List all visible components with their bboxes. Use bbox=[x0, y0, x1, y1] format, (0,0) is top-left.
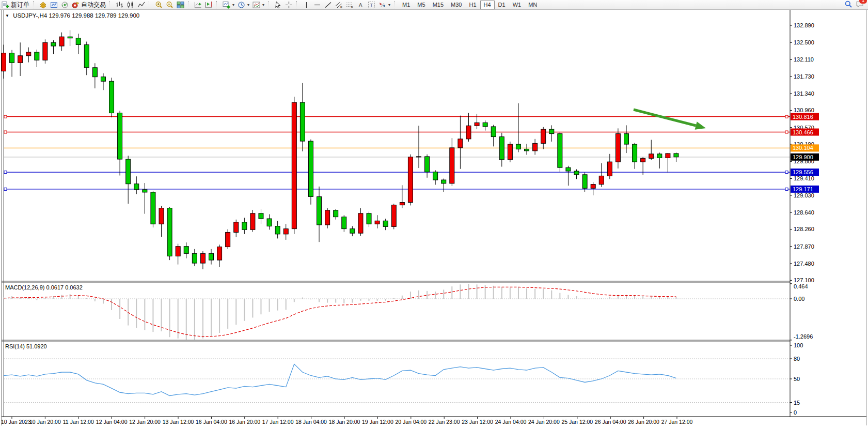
auto-scroll-icon bbox=[194, 1, 202, 9]
svg-text:0.464: 0.464 bbox=[794, 283, 808, 289]
svg-text:15: 15 bbox=[794, 400, 800, 406]
price-badge: 129.556 bbox=[791, 169, 819, 176]
svg-text:E: E bbox=[340, 6, 342, 9]
timeframe-button-h1[interactable]: H1 bbox=[465, 1, 480, 9]
svg-text:127.870: 127.870 bbox=[794, 243, 814, 250]
svg-text:131.730: 131.730 bbox=[794, 73, 814, 80]
svg-text:-1.2696: -1.2696 bbox=[794, 333, 813, 340]
navigator-button[interactable] bbox=[59, 1, 70, 9]
chart-shift-button[interactable] bbox=[203, 1, 214, 9]
chevron-down-icon[interactable]: ▾ bbox=[232, 3, 234, 7]
text-label-tool-button[interactable]: T bbox=[366, 1, 377, 9]
price-badge: 130.104 bbox=[791, 144, 819, 151]
channel-tool-button[interactable]: E bbox=[334, 1, 344, 9]
timeframe-button-mn[interactable]: MN bbox=[525, 1, 541, 9]
macd-label: MACD(12,26,9) 0.0617 0.0632 bbox=[5, 284, 83, 291]
svg-text:17 Jan 12:00: 17 Jan 12:00 bbox=[262, 419, 294, 425]
auto-scroll-button[interactable] bbox=[193, 1, 203, 9]
svg-text:128.260: 128.260 bbox=[794, 226, 814, 232]
horizontal-line-tool-button[interactable] bbox=[312, 1, 323, 9]
svg-text:132.890: 132.890 bbox=[794, 22, 814, 28]
timeframe-button-m30[interactable]: M30 bbox=[447, 1, 465, 9]
separator bbox=[109, 1, 112, 8]
candlestick-chart-button[interactable] bbox=[125, 1, 136, 9]
chevron-down-icon[interactable]: ▾ bbox=[262, 3, 264, 7]
svg-text:100: 100 bbox=[794, 342, 803, 348]
svg-text:16 Jan 04:00: 16 Jan 04:00 bbox=[196, 419, 227, 425]
chart-ohlc-values: 129.976 129.988 129.789 129.900 bbox=[49, 12, 139, 19]
fibonacci-tool-button[interactable]: F bbox=[344, 1, 355, 9]
data-window-button[interactable] bbox=[49, 1, 59, 9]
search-icon[interactable] bbox=[844, 0, 853, 10]
candlestick-chart-icon bbox=[127, 1, 134, 9]
text-tool-button[interactable]: A bbox=[355, 1, 366, 9]
cursor-tool-button[interactable] bbox=[273, 1, 283, 9]
notification-badge: 1 bbox=[859, 0, 867, 4]
price-badge: 130.816 bbox=[791, 113, 819, 120]
svg-text:25 Jan 12:00: 25 Jan 12:00 bbox=[561, 419, 593, 425]
svg-text:129.171: 129.171 bbox=[793, 186, 813, 192]
template-button[interactable]: ▾ bbox=[251, 1, 266, 9]
chart-title-overlay[interactable]: ▼ USDJPY-,H4 129.976 129.988 129.789 129… bbox=[5, 12, 139, 19]
arrows-tool-button[interactable]: ▾ bbox=[377, 1, 392, 9]
separator bbox=[149, 1, 151, 8]
period-button[interactable]: ▾ bbox=[236, 1, 251, 9]
chart-canvas[interactable]: MACD(12,26,9) 0.0617 0.0632RSI(14) 51.09… bbox=[0, 0, 868, 428]
bar-chart-button[interactable] bbox=[114, 1, 125, 9]
separator bbox=[216, 1, 219, 8]
new-order-button[interactable]: 新订单 bbox=[0, 1, 31, 9]
svg-text:13 Jan 12:00: 13 Jan 12:00 bbox=[163, 419, 194, 425]
tile-windows-button[interactable] bbox=[175, 1, 186, 9]
svg-text:130.960: 130.960 bbox=[794, 107, 814, 113]
svg-text:12 Jan 04:00: 12 Jan 04:00 bbox=[96, 419, 128, 425]
svg-text:F: F bbox=[351, 6, 353, 9]
svg-text:131.340: 131.340 bbox=[794, 90, 814, 97]
svg-text:20 Jan 04:00: 20 Jan 04:00 bbox=[395, 419, 427, 425]
svg-text:129.556: 129.556 bbox=[793, 169, 813, 175]
timeframe-button-m1[interactable]: M1 bbox=[399, 1, 414, 9]
chat-icon bbox=[856, 3, 864, 10]
navigator-icon bbox=[61, 1, 69, 9]
svg-text:10 Jan 2023: 10 Jan 2023 bbox=[1, 419, 31, 425]
zoom-in-button[interactable] bbox=[153, 1, 164, 9]
svg-text:18 Jan 20:00: 18 Jan 20:00 bbox=[329, 419, 360, 425]
zoom-out-button[interactable] bbox=[164, 1, 175, 9]
market-watch-button[interactable] bbox=[38, 1, 49, 9]
vertical-line-tool-button[interactable] bbox=[301, 1, 312, 9]
channel-icon: E bbox=[335, 1, 343, 9]
template-icon bbox=[252, 1, 260, 9]
data-window-icon bbox=[50, 1, 58, 9]
add-indicator-button[interactable]: ▾ bbox=[221, 1, 236, 9]
crosshair-tool-button[interactable] bbox=[283, 1, 294, 9]
svg-text:130.816: 130.816 bbox=[793, 114, 813, 120]
timeframe-button-m15[interactable]: M15 bbox=[429, 1, 447, 9]
main-toolbar: 新订单 自动交易 ▾ ▾ ▾ E F A T ▾ M1M5M15M30H1H4D… bbox=[0, 0, 868, 10]
timeframe-button-h4[interactable]: H4 bbox=[480, 1, 495, 9]
collapse-triangle-icon[interactable]: ▼ bbox=[5, 13, 9, 18]
fibonacci-icon: F bbox=[346, 1, 354, 9]
separator bbox=[268, 1, 271, 8]
chevron-down-icon[interactable]: ▾ bbox=[388, 3, 390, 7]
trendline-tool-button[interactable] bbox=[323, 1, 334, 9]
add-indicator-icon bbox=[223, 1, 230, 9]
svg-text:A: A bbox=[359, 2, 363, 8]
auto-trading-label: 自动交易 bbox=[81, 1, 106, 9]
svg-text:80: 80 bbox=[794, 356, 800, 362]
svg-text:129.410: 129.410 bbox=[794, 175, 814, 181]
rsi-label: RSI(14) 51.0920 bbox=[5, 343, 47, 349]
timeframe-button-d1[interactable]: D1 bbox=[495, 1, 509, 9]
svg-text:12 Jan 20:00: 12 Jan 20:00 bbox=[129, 419, 161, 425]
auto-trading-button[interactable]: 自动交易 bbox=[70, 1, 107, 9]
svg-text:129.030: 129.030 bbox=[794, 192, 814, 198]
chevron-down-icon[interactable]: ▾ bbox=[247, 3, 249, 7]
svg-text:0.00: 0.00 bbox=[794, 296, 804, 302]
separator bbox=[188, 1, 191, 8]
svg-text:132.110: 132.110 bbox=[794, 56, 814, 63]
line-chart-button[interactable] bbox=[136, 1, 147, 9]
bar-chart-icon bbox=[116, 1, 123, 9]
timeframe-button-w1[interactable]: W1 bbox=[509, 1, 525, 9]
horizontal-line-icon bbox=[313, 1, 321, 9]
timeframe-button-m5[interactable]: M5 bbox=[414, 1, 429, 9]
tile-windows-icon bbox=[177, 1, 184, 9]
notifications-button[interactable]: 1 bbox=[856, 0, 864, 10]
